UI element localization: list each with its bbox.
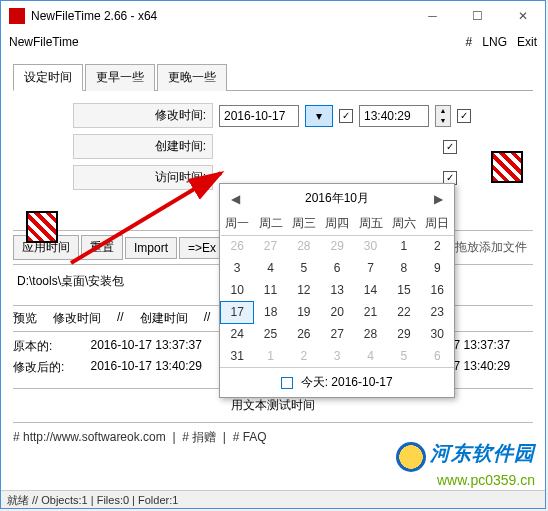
menubar: NewFileTime # LNG Exit — [1, 31, 545, 53]
calendar-day[interactable]: 4 — [354, 345, 387, 367]
menu-exit[interactable]: Exit — [517, 35, 537, 49]
calendar-day[interactable]: 28 — [354, 323, 387, 345]
row-modify: 修改时间: 2016-10-17 ▾ ✓ 13:40:29 ▲▼ ✓ — [13, 103, 533, 128]
calendar-day[interactable]: 28 — [287, 235, 320, 257]
after-label: 修改后的: — [13, 359, 71, 376]
after-modify-value: 2016-10-17 13:40:29 — [91, 359, 225, 376]
calendar-day[interactable]: 22 — [387, 301, 420, 323]
calendar-day[interactable]: 21 — [354, 301, 387, 323]
calendar-day[interactable]: 1 — [387, 235, 420, 257]
modify-time-spinner[interactable]: ▲▼ — [435, 105, 451, 127]
calendar-day[interactable]: 29 — [321, 235, 354, 257]
calendar-day[interactable]: 13 — [321, 279, 354, 301]
minimize-button[interactable]: ─ — [410, 1, 455, 31]
app-window: NewFileTime 2.66 - x64 ─ ☐ ✕ NewFileTime… — [0, 0, 546, 509]
calendar-weekday: 周二 — [254, 213, 287, 235]
footer-url[interactable]: # http://www.softwareok.com — [13, 430, 166, 444]
calendar-day[interactable]: 12 — [287, 279, 320, 301]
calendar-day[interactable]: 9 — [421, 257, 454, 279]
calendar-day[interactable]: 1 — [254, 345, 287, 367]
import-button[interactable]: Import — [125, 237, 177, 259]
calendar-day[interactable]: 11 — [254, 279, 287, 301]
calendar-day[interactable]: 16 — [421, 279, 454, 301]
calendar-weekday: 周日 — [421, 213, 454, 235]
modify-time-field[interactable]: 13:40:29 — [359, 105, 429, 127]
calendar-weekday: 周四 — [321, 213, 354, 235]
calendar-day[interactable]: 20 — [321, 301, 354, 323]
calendar-day[interactable]: 4 — [254, 257, 287, 279]
tab-later[interactable]: 更晚一些 — [157, 64, 227, 91]
menu-lng[interactable]: LNG — [482, 35, 507, 49]
calendar-day[interactable]: 26 — [287, 323, 320, 345]
calendar-day[interactable]: 29 — [387, 323, 420, 345]
calendar-day[interactable]: 30 — [354, 235, 387, 257]
calendar-day[interactable]: 5 — [287, 257, 320, 279]
tabs: 设定时间 更早一些 更晚一些 — [13, 63, 533, 91]
modify-time-checkbox[interactable]: ✓ — [457, 109, 471, 123]
calendar-day[interactable]: 8 — [387, 257, 420, 279]
calendar-day[interactable]: 2 — [421, 235, 454, 257]
calendar-day[interactable]: 2 — [287, 345, 320, 367]
original-label: 原本的: — [13, 338, 71, 355]
calendar-day[interactable]: 18 — [254, 301, 287, 323]
calendar-day[interactable]: 26 — [221, 235, 254, 257]
calendar-day[interactable]: 24 — [221, 323, 254, 345]
calendar-day[interactable]: 23 — [421, 301, 454, 323]
modify-label: 修改时间: — [73, 103, 213, 128]
clock-icon-right[interactable] — [491, 151, 523, 183]
modify-date-dropdown[interactable]: ▾ — [305, 105, 333, 127]
calendar-day[interactable]: 25 — [254, 323, 287, 345]
footer-faq[interactable]: # FAQ — [233, 430, 267, 444]
calendar-footer[interactable]: 今天: 2016-10-17 — [220, 367, 454, 397]
calendar-weekday: 周五 — [354, 213, 387, 235]
calendar-day[interactable]: 27 — [254, 235, 287, 257]
calendar-day[interactable]: 15 — [387, 279, 420, 301]
modify-col: 修改时间 — [53, 310, 101, 327]
clock-icon-left[interactable] — [26, 211, 58, 243]
calendar-next-button[interactable]: ▶ — [432, 192, 446, 206]
close-button[interactable]: ✕ — [500, 1, 545, 31]
app-icon — [9, 8, 25, 24]
window-title: NewFileTime 2.66 - x64 — [31, 9, 410, 23]
calendar-day[interactable]: 27 — [321, 323, 354, 345]
tab-set-time[interactable]: 设定时间 — [13, 64, 83, 91]
today-label: 今天: 2016-10-17 — [301, 375, 393, 389]
statusbar: 就绪 // Objects:1 | Files:0 | Folder:1 — [1, 490, 545, 508]
calendar-day[interactable]: 30 — [421, 323, 454, 345]
modify-date-field[interactable]: 2016-10-17 — [219, 105, 299, 127]
footer-donate[interactable]: # 捐赠 — [182, 430, 216, 444]
calendar-day[interactable]: 6 — [421, 345, 454, 367]
calendar-day[interactable]: 7 — [354, 257, 387, 279]
calendar-day[interactable]: 14 — [354, 279, 387, 301]
calendar-day[interactable]: 17 — [221, 301, 254, 323]
create-time-checkbox[interactable]: ✓ — [443, 140, 457, 154]
menu-hash[interactable]: # — [466, 35, 473, 49]
calendar-prev-button[interactable]: ◀ — [228, 192, 242, 206]
reset-button[interactable]: 重置 — [81, 235, 123, 260]
watermark-logo-icon — [396, 442, 426, 472]
watermark-cn: 河东软件园 — [430, 442, 535, 464]
calendar-day[interactable]: 3 — [221, 257, 254, 279]
today-marker-icon — [281, 377, 293, 389]
app-name-label[interactable]: NewFileTime — [9, 35, 79, 49]
modify-date-checkbox[interactable]: ✓ — [339, 109, 353, 123]
access-label: 访问时间: — [73, 165, 213, 190]
create-col: 创建时间 — [140, 310, 188, 327]
watermark-url: www.pc0359.cn — [396, 472, 535, 488]
tab-earlier[interactable]: 更早一些 — [85, 64, 155, 91]
calendar-day[interactable]: 19 — [287, 301, 320, 323]
calendar-title[interactable]: 2016年10月 — [305, 190, 369, 207]
maximize-button[interactable]: ☐ — [455, 1, 500, 31]
calendar-day[interactable]: 6 — [321, 257, 354, 279]
titlebar: NewFileTime 2.66 - x64 ─ ☐ ✕ — [1, 1, 545, 31]
watermark: 河东软件园 www.pc0359.cn — [396, 440, 535, 488]
time-rows: 修改时间: 2016-10-17 ▾ ✓ 13:40:29 ▲▼ ✓ 创建时间:… — [13, 103, 533, 190]
calendar-weekday: 周三 — [287, 213, 320, 235]
calendar-day[interactable]: 31 — [221, 345, 254, 367]
create-label: 创建时间: — [73, 134, 213, 159]
preview-col: 预览 — [13, 310, 37, 327]
calendar-day[interactable]: 10 — [221, 279, 254, 301]
calendar-day[interactable]: 3 — [321, 345, 354, 367]
calendar-day[interactable]: 5 — [387, 345, 420, 367]
calendar-popup: ◀ 2016年10月 ▶ 周一周二周三周四周五周六周日 262728293012… — [219, 183, 455, 398]
